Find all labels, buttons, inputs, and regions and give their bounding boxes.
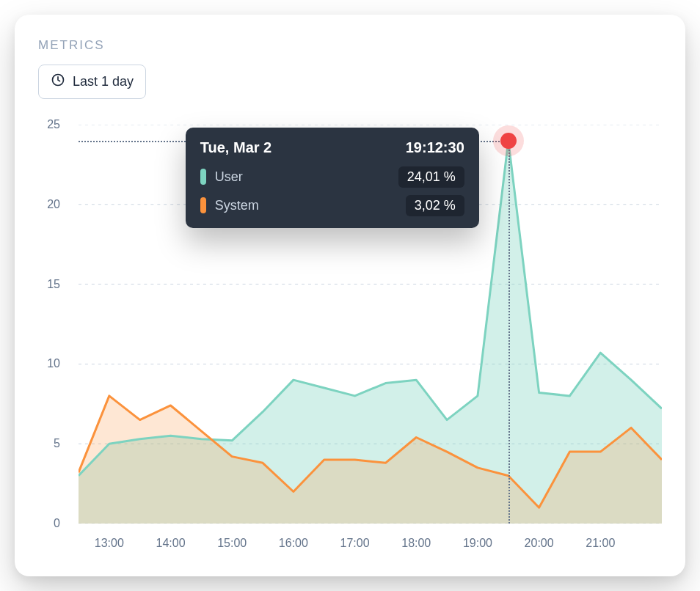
tooltip-time: 19:12:30 <box>406 139 464 156</box>
x-tick-label: 14:00 <box>156 537 185 550</box>
x-tick-label: 15:00 <box>217 537 247 550</box>
tooltip-series-value: 24,01 % <box>398 166 464 188</box>
y-tick-label: 25 <box>47 118 60 131</box>
metrics-card: METRICS Last 1 day 0510152025 13:0014:00… <box>15 15 685 576</box>
x-tick-label: 13:00 <box>95 537 124 550</box>
highlight-line-vertical <box>508 141 510 524</box>
x-axis-labels: 13:0014:0015:0016:0017:0018:0019:0020:00… <box>79 531 662 553</box>
tooltip-series-value: 3,02 % <box>406 195 464 216</box>
y-tick-label: 5 <box>54 437 60 450</box>
tooltip-row: System3,02 % <box>200 195 464 216</box>
y-tick-label: 10 <box>47 357 60 370</box>
y-axis-labels: 0510152025 <box>38 125 68 524</box>
time-range-button[interactable]: Last 1 day <box>38 65 146 99</box>
x-tick-label: 17:00 <box>340 537 370 550</box>
section-title: METRICS <box>38 38 662 53</box>
y-tick-label: 20 <box>47 198 60 211</box>
chart-tooltip: Tue, Mar 2 19:12:30 User24,01 %System3,0… <box>186 128 479 228</box>
x-tick-label: 18:00 <box>401 537 431 550</box>
x-tick-label: 20:00 <box>525 537 554 550</box>
tooltip-series-name: System <box>215 198 406 213</box>
tooltip-row: User24,01 % <box>200 166 464 188</box>
legend-swatch <box>200 197 206 213</box>
time-range-label: Last 1 day <box>73 74 134 89</box>
x-tick-label: 21:00 <box>586 537 615 550</box>
y-tick-label: 0 <box>54 517 60 530</box>
legend-swatch <box>200 169 206 185</box>
tooltip-date: Tue, Mar 2 <box>200 139 271 156</box>
x-tick-label: 19:00 <box>463 537 492 550</box>
y-tick-label: 15 <box>47 278 60 291</box>
x-tick-label: 16:00 <box>279 537 308 550</box>
clock-icon <box>51 73 65 91</box>
tooltip-series-name: User <box>215 169 398 185</box>
highlight-dot <box>500 133 517 149</box>
